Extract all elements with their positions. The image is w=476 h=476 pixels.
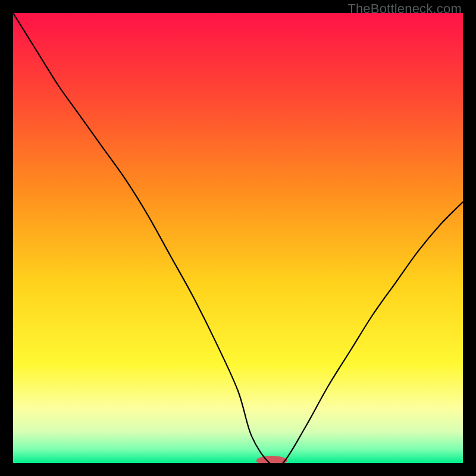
bottleneck-chart bbox=[13, 13, 463, 463]
chart-svg bbox=[13, 13, 463, 463]
chart-frame: TheBottleneck.com bbox=[0, 0, 476, 476]
gradient-bg bbox=[13, 13, 463, 463]
watermark-text: TheBottleneck.com bbox=[347, 1, 462, 17]
